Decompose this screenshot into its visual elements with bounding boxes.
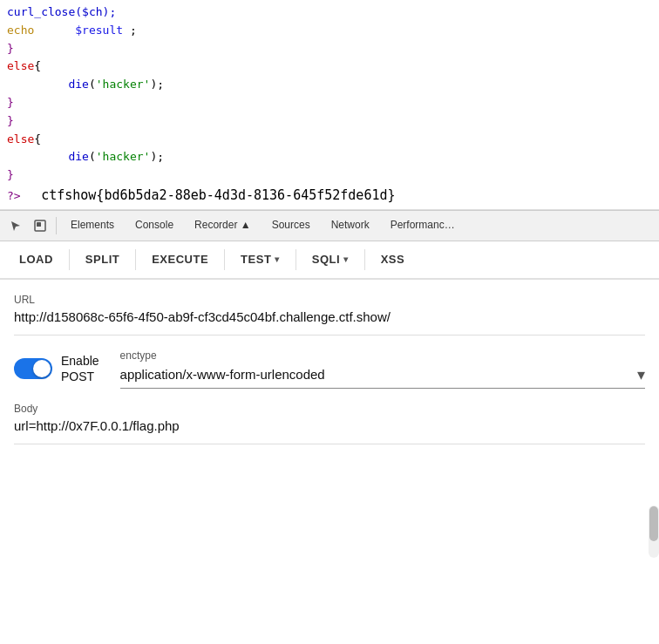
- tab-recorder[interactable]: Recorder ▲: [184, 214, 262, 238]
- toggle-knob: [33, 360, 51, 377]
- post-enctype-row: EnablePOST enctype application/x-www-for…: [14, 349, 645, 389]
- devtools-toolbar: Elements Console Recorder ▲ Sources Netw…: [0, 210, 659, 241]
- split-button[interactable]: SPLIT: [73, 246, 132, 273]
- body-section: Body url=http://0x7F.0.0.1/flag.php: [14, 403, 645, 444]
- code-line-6: }: [7, 94, 652, 112]
- url-label: URL: [14, 294, 645, 306]
- code-kw-else-1: else: [7, 59, 34, 72]
- tab-console[interactable]: Console: [125, 214, 184, 238]
- code-line-3: }: [7, 40, 652, 58]
- code-fn-curl-close: curl_close($ch);: [7, 5, 116, 18]
- code-fn-die-1: die: [68, 78, 88, 91]
- tab-elements[interactable]: Elements: [60, 214, 125, 238]
- code-line-9: die('hacker');: [7, 148, 652, 166]
- scrollbar-track[interactable]: [649, 505, 659, 558]
- code-line-4: else{: [7, 58, 652, 76]
- code-brace-close-1: }: [7, 42, 14, 55]
- code-kw-else-2: else: [7, 132, 34, 146]
- code-var-result: $result: [75, 24, 123, 37]
- code-php-close: ?>: [7, 189, 21, 202]
- inspect-icon[interactable]: [28, 214, 52, 238]
- enctype-group: enctype application/x-www-form-urlencode…: [120, 349, 645, 389]
- code-str-hacker-2: 'hacker': [96, 150, 151, 163]
- enctype-select-wrapper[interactable]: application/x-www-form-urlencoded ▾: [120, 365, 645, 389]
- ext-toolbar: LOAD SPLIT EXECUTE TEST ▾ SQLI ▾ XSS: [0, 241, 659, 280]
- code-str-hacker-1: 'hacker': [96, 78, 151, 91]
- toolbar-divider: [56, 217, 57, 234]
- scrollbar-thumb[interactable]: [649, 506, 658, 541]
- flag-value: ctfshow{bd6b5da2-88eb-4d3d-8136-645f52fd…: [41, 187, 395, 203]
- load-button[interactable]: LOAD: [7, 246, 65, 273]
- svg-rect-1: [37, 222, 41, 227]
- code-brace-close-4: }: [7, 168, 14, 181]
- code-line-2: echo $result ;: [7, 22, 652, 40]
- enctype-value: application/x-www-form-urlencoded: [120, 367, 637, 382]
- xss-button[interactable]: XSS: [369, 246, 418, 273]
- body-value: url=http://0x7F.0.0.1/flag.php: [14, 418, 645, 444]
- btn-divider-1: [69, 249, 70, 270]
- url-value: http://d158068c-65f6-4f50-ab9f-cf3cd45c0…: [14, 309, 645, 336]
- code-brace-close-2: }: [7, 96, 14, 109]
- code-kw-echo: echo: [7, 24, 34, 37]
- enable-post-label: EnablePOST: [61, 353, 99, 384]
- code-brace-close-3: }: [7, 114, 14, 127]
- main-panel: URL http://d158068c-65f6-4f50-ab9f-cf3cd…: [0, 280, 659, 444]
- code-line-8: else{: [7, 131, 652, 149]
- cursor-icon[interactable]: [3, 214, 28, 238]
- tab-sources[interactable]: Sources: [262, 214, 321, 238]
- enable-post-toggle[interactable]: [14, 358, 52, 379]
- execute-button[interactable]: EXECUTE: [139, 246, 221, 273]
- code-line-7: }: [7, 112, 652, 131]
- sqli-button[interactable]: SQLI ▾: [300, 246, 361, 273]
- code-line-flag: ?> ctfshow{bd6b5da2-88eb-4d3d-8136-645f5…: [7, 185, 652, 206]
- sqli-arrow-icon: ▾: [343, 254, 349, 264]
- code-fn-die-2: die: [68, 150, 88, 163]
- body-label: Body: [14, 403, 645, 415]
- btn-divider-2: [135, 249, 136, 270]
- btn-divider-4: [296, 249, 296, 270]
- tab-performance[interactable]: Performanc…: [380, 214, 465, 238]
- url-section: URL http://d158068c-65f6-4f50-ab9f-cf3cd…: [14, 294, 645, 336]
- test-arrow-icon: ▾: [275, 254, 280, 264]
- btn-divider-5: [364, 249, 365, 270]
- test-button[interactable]: TEST ▾: [228, 246, 292, 273]
- enctype-dropdown-icon[interactable]: ▾: [637, 365, 645, 384]
- tab-network[interactable]: Network: [321, 214, 380, 238]
- btn-divider-3: [224, 249, 225, 270]
- enctype-label: enctype: [120, 349, 645, 362]
- code-line-5: die('hacker');: [7, 76, 652, 94]
- code-area: curl_close($ch); echo $result ; } else{ …: [0, 0, 659, 210]
- enable-post-group: EnablePOST: [14, 353, 99, 384]
- code-line-1: curl_close($ch);: [7, 3, 652, 22]
- code-line-10: }: [7, 166, 652, 185]
